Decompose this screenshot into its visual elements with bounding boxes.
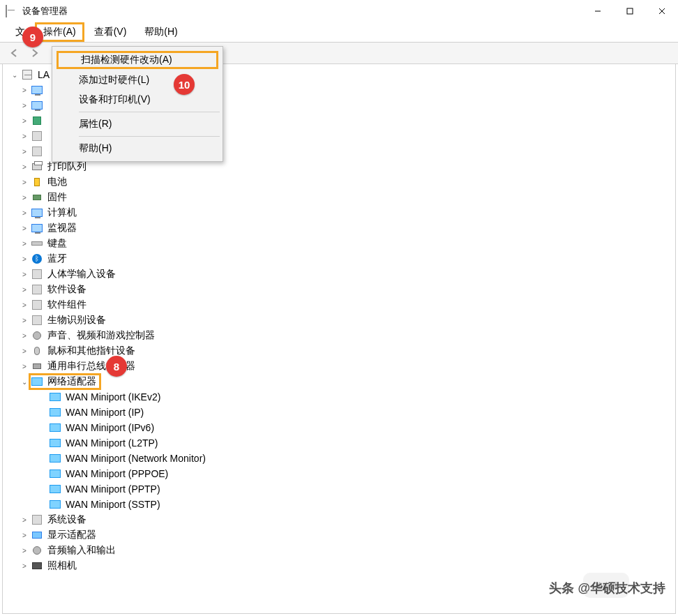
tree-item-label: WAN Miniport (PPTP) <box>66 483 160 495</box>
tree-item-label: 照相机 <box>47 559 77 572</box>
net-icon <box>31 375 43 388</box>
tree-item-label: 打印队列 <box>47 160 86 173</box>
menu-view[interactable]: 查看(V) <box>86 22 135 42</box>
monitor-icon <box>31 99 43 112</box>
tree-item-label: 网络适配器 <box>47 375 96 388</box>
menu-item-scan[interactable]: 扫描检测硬件改动(A) <box>56 51 218 69</box>
tree-item-label: 蓝牙 <box>47 253 67 265</box>
annotation-badge-10: 10 <box>174 74 195 95</box>
expand-icon[interactable]: > <box>20 179 29 186</box>
tree-item-label: 音频输入和输出 <box>47 544 116 557</box>
back-button[interactable] <box>6 45 22 61</box>
tree-item-label: 监视器 <box>47 222 77 234</box>
menu-item-help[interactable]: 帮助(H) <box>54 139 221 158</box>
tree-item[interactable]: >显示适配器 <box>7 527 675 543</box>
close-button[interactable] <box>646 0 678 22</box>
generic-icon <box>31 283 43 296</box>
tree-item[interactable]: >监视器 <box>7 220 675 236</box>
tree-item[interactable]: >电池 <box>7 174 675 190</box>
tree-item[interactable]: WAN Miniport (IP) <box>7 405 675 420</box>
expand-icon[interactable]: > <box>20 332 29 340</box>
annotation-badge-8: 8 <box>106 356 127 377</box>
expand-icon[interactable]: > <box>20 209 29 217</box>
printer-icon <box>31 160 43 173</box>
expand-icon[interactable]: > <box>20 286 29 294</box>
tree-item[interactable]: >声音、视频和游戏控制器 <box>7 328 675 343</box>
titlebar: 设备管理器 <box>0 0 678 22</box>
network-adapter-icon <box>49 452 61 465</box>
expand-icon[interactable]: > <box>20 532 29 539</box>
tree-item[interactable]: >计算机 <box>7 205 675 220</box>
generic-icon <box>31 299 43 311</box>
tree-item[interactable]: >键盘 <box>7 236 675 251</box>
tree-item-label: 人体学输入设备 <box>47 268 116 280</box>
tree-item[interactable]: >人体学输入设备 <box>7 266 675 282</box>
tree-item[interactable]: >鼠标和其他指针设备 <box>7 343 675 359</box>
tree-item[interactable]: >软件组件 <box>7 297 675 313</box>
expand-icon[interactable]: > <box>20 547 29 555</box>
minimize-button[interactable] <box>582 0 614 22</box>
collapse-icon[interactable]: ⌄ <box>10 71 20 79</box>
menu-help[interactable]: 帮助(H) <box>136 22 186 42</box>
expand-icon[interactable]: > <box>20 562 29 570</box>
collapse-icon[interactable]: ⌄ <box>20 378 29 386</box>
expand-icon[interactable]: > <box>20 240 29 248</box>
expand-icon[interactable]: > <box>20 117 29 125</box>
tree-item-label: WAN Miniport (PPPOE) <box>66 468 168 479</box>
tree-item[interactable]: WAN Miniport (Network Monitor) <box>7 451 675 466</box>
menu-separator <box>79 112 220 112</box>
expand-icon[interactable]: > <box>20 271 29 278</box>
tree-item[interactable]: >音频输入和输出 <box>7 543 675 558</box>
expand-icon[interactable]: > <box>20 225 29 232</box>
tree-item[interactable]: WAN Miniport (IPv6) <box>7 420 675 435</box>
tree-item-label: 电池 <box>47 176 67 188</box>
expand-icon[interactable]: > <box>20 148 29 156</box>
tree-item-label: 声音、视频和游戏控制器 <box>47 329 155 342</box>
tree-item[interactable]: WAN Miniport (SSTP) <box>7 497 675 512</box>
expand-icon[interactable]: > <box>20 163 29 171</box>
network-adapter-icon <box>49 483 61 495</box>
tree-root-label: LA <box>38 69 50 80</box>
menu-item-prop[interactable]: 属性(R) <box>54 114 221 134</box>
tree-item[interactable]: WAN Miniport (IKEv2) <box>7 389 675 405</box>
expand-icon[interactable]: > <box>20 87 29 94</box>
action-menu-dropdown: 扫描检测硬件改动(A)添加过时硬件(L)设备和打印机(V)属性(R)帮助(H) <box>52 46 223 162</box>
tree-item[interactable]: WAN Miniport (PPTP) <box>7 481 675 497</box>
expand-icon[interactable]: > <box>20 301 29 309</box>
chip-icon <box>31 191 43 204</box>
tree-item-label: 固件 <box>47 191 67 204</box>
expand-icon[interactable]: > <box>20 133 29 140</box>
expand-icon[interactable]: > <box>20 516 29 524</box>
tree-item[interactable]: >生物识别设备 <box>7 313 675 328</box>
network-adapter-icon <box>49 391 61 403</box>
tree-item-label: 键盘 <box>47 237 67 250</box>
tree-item[interactable]: >固件 <box>7 190 675 205</box>
speaker-icon <box>31 544 43 557</box>
expand-icon[interactable]: > <box>20 194 29 202</box>
tree-item[interactable]: WAN Miniport (L2TP) <box>7 435 675 451</box>
tree-item-label: 生物识别设备 <box>47 314 106 326</box>
tree-item-label: 鼠标和其他指针设备 <box>47 345 135 357</box>
tree-item[interactable]: ⌄网络适配器 <box>7 374 675 389</box>
expand-icon[interactable]: > <box>20 102 29 110</box>
tree-item-label: WAN Miniport (SSTP) <box>66 499 160 510</box>
generic-icon <box>31 130 43 142</box>
tree-item[interactable]: >ᛒ蓝牙 <box>7 251 675 266</box>
mouse-icon <box>31 345 43 357</box>
tree-item-label: 系统设备 <box>47 513 86 526</box>
expand-icon[interactable]: > <box>20 317 29 324</box>
menu-item-devprint[interactable]: 设备和打印机(V) <box>54 90 221 110</box>
tree-item[interactable]: >软件设备 <box>7 282 675 297</box>
menu-item-legacy[interactable]: 添加过时硬件(L) <box>54 70 221 90</box>
tree-item[interactable]: >照相机 <box>7 558 675 573</box>
expand-icon[interactable]: > <box>20 255 29 263</box>
tree-item-label: 软件设备 <box>47 283 86 296</box>
monitor-icon <box>31 222 43 234</box>
expand-icon[interactable]: > <box>20 363 29 370</box>
tree-item[interactable]: WAN Miniport (PPPOE) <box>7 466 675 481</box>
speaker-icon <box>31 329 43 342</box>
maximize-button[interactable] <box>614 0 646 22</box>
tree-item[interactable]: >系统设备 <box>7 512 675 527</box>
watermark-text: 头条 @华硕技术支持 <box>549 580 665 596</box>
expand-icon[interactable]: > <box>20 347 29 355</box>
